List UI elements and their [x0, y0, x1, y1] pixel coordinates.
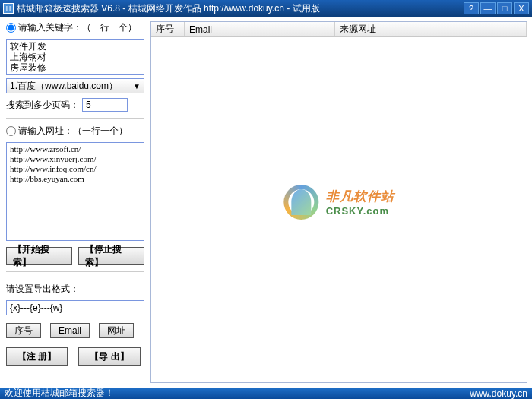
col-seq[interactable]: 序号 [151, 22, 185, 36]
status-url: www.dokuy.cn [470, 388, 527, 399]
col-source-url[interactable]: 来源网址 [335, 22, 527, 36]
page-count-label: 搜索到多少页码： [6, 99, 79, 112]
separator [6, 271, 144, 272]
help-button[interactable]: ? [464, 2, 479, 14]
bottom-buttons: 【注 册】 【导 出】 [6, 347, 144, 366]
left-panel: 请输入关键字：（一行一个） 软件开发 上海钢材 房屋装修 1.百度（www.ba… [0, 17, 150, 388]
watermark-logo-icon [283, 185, 318, 220]
keyword-textarea[interactable]: 软件开发 上海钢材 房屋装修 [6, 39, 144, 75]
results-table[interactable]: 序号 Email 来源网址 非凡软件站 CRSKY.com [150, 21, 527, 383]
main-area: 请输入关键字：（一行一个） 软件开发 上海钢材 房屋装修 1.百度（www.ba… [0, 17, 532, 388]
dropdown-value: 1.百度（www.baidu.com） [10, 80, 118, 93]
watermark-cn: 非凡软件站 [326, 188, 394, 205]
close-button[interactable]: X [514, 2, 529, 14]
page-count-input[interactable] [82, 98, 128, 112]
url-line: http://www.xinyuerj.com/ [10, 154, 141, 164]
window-controls: ? — □ X [464, 2, 529, 14]
start-search-button[interactable]: 【开始搜索】 [6, 247, 72, 265]
url-textarea[interactable]: http://www.zrsoft.cn/ http://www.xinyuer… [6, 142, 144, 241]
chevron-down-icon: ▼ [133, 82, 141, 90]
right-panel: 序号 Email 来源网址 非凡软件站 CRSKY.com [150, 17, 532, 388]
watermark: 非凡软件站 CRSKY.com [283, 185, 394, 220]
window-title: 桔城邮箱极速搜索器 V6.8 - 桔城网络开发作品 http://www.dok… [17, 2, 464, 15]
titlebar: H 桔城邮箱极速搜索器 V6.8 - 桔城网络开发作品 http://www.d… [0, 0, 532, 17]
search-buttons-row: 【开始搜索】 【停止搜索】 [6, 247, 144, 265]
app-icon: H [3, 3, 14, 14]
keyword-label: 请输入关键字：（一行一个） [18, 21, 137, 34]
insert-seq-button[interactable]: 序号 [6, 323, 41, 338]
keyword-line: 软件开发 [10, 41, 141, 52]
page-count-row: 搜索到多少页码： [6, 98, 144, 112]
url-line: http://bbs.eyuyan.com [10, 174, 141, 184]
insert-email-button[interactable]: Email [50, 323, 90, 338]
col-email[interactable]: Email [185, 22, 335, 36]
watermark-en: CRSKY.com [326, 205, 394, 217]
format-field-buttons: 序号 Email 网址 [6, 323, 144, 338]
url-mode-radio[interactable] [6, 126, 16, 136]
search-engine-dropdown[interactable]: 1.百度（www.baidu.com） ▼ [6, 78, 144, 93]
register-button[interactable]: 【注 册】 [6, 347, 68, 366]
maximize-button[interactable]: □ [497, 2, 512, 14]
table-header: 序号 Email 来源网址 [151, 22, 527, 37]
statusbar: 欢迎使用桔城邮箱搜索器！ www.dokuy.cn [0, 388, 532, 399]
keyword-line: 房屋装修 [10, 62, 141, 73]
separator [6, 118, 144, 119]
url-line: http://www.infoq.com/cn/ [10, 164, 141, 174]
export-button[interactable]: 【导 出】 [78, 347, 140, 366]
url-label: 请输入网址：（一行一个） [18, 125, 128, 138]
export-format-label: 请设置导出格式： [6, 283, 144, 296]
status-welcome: 欢迎使用桔城邮箱搜索器！ [5, 387, 114, 399]
keyword-line: 上海钢材 [10, 52, 141, 62]
url-line: http://www.zrsoft.cn/ [10, 144, 141, 154]
export-format-input[interactable] [6, 300, 144, 315]
insert-url-button[interactable]: 网址 [99, 323, 134, 338]
minimize-button[interactable]: — [480, 2, 496, 14]
keyword-mode-radio[interactable] [6, 23, 16, 33]
stop-search-button[interactable]: 【停止搜索】 [78, 247, 144, 265]
keyword-radio-row: 请输入关键字：（一行一个） [6, 21, 144, 34]
url-radio-row: 请输入网址：（一行一个） [6, 125, 144, 138]
